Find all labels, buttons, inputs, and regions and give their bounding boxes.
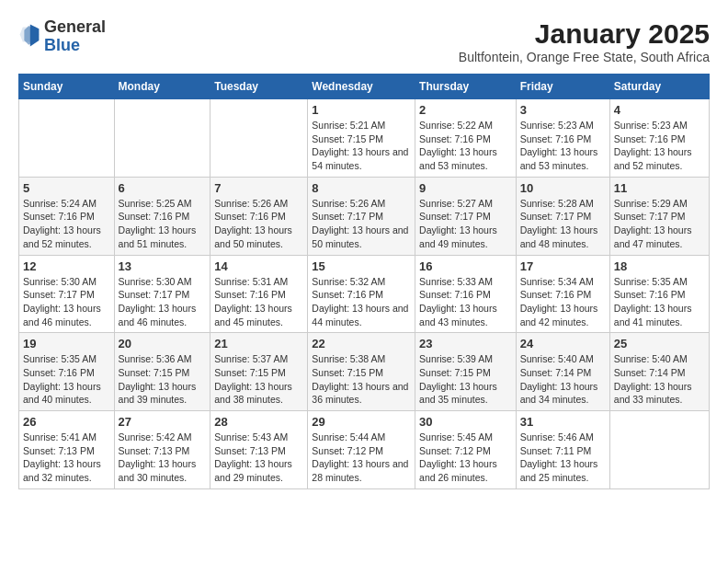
day-info: Sunrise: 5:40 AMSunset: 7:14 PMDaylight:… [520,352,606,407]
calendar-cell: 17Sunrise: 5:34 AMSunset: 7:16 PMDayligh… [516,255,609,333]
day-number: 31 [520,415,606,429]
calendar-cell: 10Sunrise: 5:28 AMSunset: 7:17 PMDayligh… [516,177,609,255]
day-info: Sunrise: 5:30 AMSunset: 7:17 PMDaylight:… [119,275,207,329]
day-number: 29 [312,415,411,429]
calendar-cell: 20Sunrise: 5:36 AMSunset: 7:15 PMDayligh… [114,333,210,411]
calendar-cell [609,411,709,489]
day-info: Sunrise: 5:29 AMSunset: 7:17 PMDaylight:… [614,197,705,251]
day-number: 10 [520,181,606,195]
calendar-cell: 26Sunrise: 5:41 AMSunset: 7:13 PMDayligh… [19,411,115,489]
day-number: 12 [23,259,110,273]
title-block: January 2025 Bultfontein, Orange Free St… [459,18,710,64]
calendar-cell [210,99,308,178]
calendar-cell: 9Sunrise: 5:27 AMSunset: 7:17 PMDaylight… [415,177,517,255]
calendar-cell: 15Sunrise: 5:32 AMSunset: 7:16 PMDayligh… [308,255,415,333]
day-number: 28 [214,415,303,429]
day-number: 15 [312,259,411,273]
logo-text: General Blue [44,18,106,55]
day-info: Sunrise: 5:32 AMSunset: 7:16 PMDaylight:… [312,275,411,329]
calendar-cell [19,99,115,178]
calendar-title: January 2025 [459,18,710,50]
calendar-page: General Blue January 2025 Bultfontein, O… [0,0,728,499]
calendar-cell: 11Sunrise: 5:29 AMSunset: 7:17 PMDayligh… [609,177,709,255]
calendar-cell: 16Sunrise: 5:33 AMSunset: 7:16 PMDayligh… [415,255,517,333]
day-info: Sunrise: 5:46 AMSunset: 7:11 PMDaylight:… [520,431,606,485]
day-number: 7 [214,181,303,195]
calendar-cell: 4Sunrise: 5:23 AMSunset: 7:16 PMDaylight… [609,99,709,178]
day-info: Sunrise: 5:33 AMSunset: 7:16 PMDaylight:… [419,275,512,329]
day-number: 19 [23,337,110,350]
day-number: 22 [312,337,411,350]
day-number: 20 [119,337,207,350]
calendar-cell: 31Sunrise: 5:46 AMSunset: 7:11 PMDayligh… [516,411,609,489]
calendar-cell: 6Sunrise: 5:25 AMSunset: 7:16 PMDaylight… [114,177,210,255]
calendar-subtitle: Bultfontein, Orange Free State, South Af… [459,50,710,64]
day-info: Sunrise: 5:25 AMSunset: 7:16 PMDaylight:… [119,197,207,251]
calendar-cell: 22Sunrise: 5:38 AMSunset: 7:15 PMDayligh… [308,333,415,411]
calendar-cell: 3Sunrise: 5:23 AMSunset: 7:16 PMDaylight… [516,99,609,178]
calendar-cell: 30Sunrise: 5:45 AMSunset: 7:12 PMDayligh… [415,411,517,489]
logo-general-text: General [44,17,106,36]
logo: General Blue [18,18,106,55]
day-info: Sunrise: 5:26 AMSunset: 7:17 PMDaylight:… [312,197,411,251]
calendar-cell: 25Sunrise: 5:40 AMSunset: 7:14 PMDayligh… [609,333,709,411]
weekday-header: Thursday [415,75,517,99]
day-info: Sunrise: 5:23 AMSunset: 7:16 PMDaylight:… [614,119,705,173]
day-number: 25 [614,337,705,350]
weekday-header: Saturday [609,75,709,99]
weekday-header-row: SundayMondayTuesdayWednesdayThursdayFrid… [19,75,710,99]
calendar-cell [114,99,210,178]
day-info: Sunrise: 5:38 AMSunset: 7:15 PMDaylight:… [312,352,411,407]
day-number: 27 [119,415,207,429]
day-info: Sunrise: 5:41 AMSunset: 7:13 PMDaylight:… [23,431,110,485]
svg-marker-2 [30,24,40,46]
day-info: Sunrise: 5:30 AMSunset: 7:17 PMDaylight:… [23,275,110,329]
day-number: 9 [419,181,512,195]
day-info: Sunrise: 5:34 AMSunset: 7:16 PMDaylight:… [520,275,606,329]
calendar-cell: 21Sunrise: 5:37 AMSunset: 7:15 PMDayligh… [210,333,308,411]
day-info: Sunrise: 5:36 AMSunset: 7:15 PMDaylight:… [119,352,207,407]
calendar-week-row: 26Sunrise: 5:41 AMSunset: 7:13 PMDayligh… [19,411,710,489]
day-info: Sunrise: 5:39 AMSunset: 7:15 PMDaylight:… [419,352,512,407]
day-number: 16 [419,259,512,273]
day-number: 24 [520,337,606,350]
day-number: 30 [419,415,512,429]
day-info: Sunrise: 5:43 AMSunset: 7:13 PMDaylight:… [214,431,303,485]
calendar-cell: 18Sunrise: 5:35 AMSunset: 7:16 PMDayligh… [609,255,709,333]
calendar-cell: 14Sunrise: 5:31 AMSunset: 7:16 PMDayligh… [210,255,308,333]
weekday-header: Sunday [19,75,115,99]
day-info: Sunrise: 5:37 AMSunset: 7:15 PMDaylight:… [214,352,303,407]
day-number: 2 [419,103,512,117]
calendar-cell: 5Sunrise: 5:24 AMSunset: 7:16 PMDaylight… [19,177,115,255]
day-info: Sunrise: 5:27 AMSunset: 7:17 PMDaylight:… [419,197,512,251]
calendar-cell: 1Sunrise: 5:21 AMSunset: 7:15 PMDaylight… [308,99,415,178]
calendar-cell: 8Sunrise: 5:26 AMSunset: 7:17 PMDaylight… [308,177,415,255]
calendar-week-row: 5Sunrise: 5:24 AMSunset: 7:16 PMDaylight… [19,177,710,255]
day-number: 3 [520,103,606,117]
day-number: 18 [614,259,705,273]
calendar-cell: 27Sunrise: 5:42 AMSunset: 7:13 PMDayligh… [114,411,210,489]
day-info: Sunrise: 5:42 AMSunset: 7:13 PMDaylight:… [119,431,207,485]
day-number: 4 [614,103,705,117]
header: General Blue January 2025 Bultfontein, O… [18,18,710,64]
calendar-week-row: 12Sunrise: 5:30 AMSunset: 7:17 PMDayligh… [19,255,710,333]
weekday-header: Monday [114,75,210,99]
day-number: 13 [119,259,207,273]
calendar-cell: 28Sunrise: 5:43 AMSunset: 7:13 PMDayligh… [210,411,308,489]
calendar-cell: 12Sunrise: 5:30 AMSunset: 7:17 PMDayligh… [19,255,115,333]
calendar-cell: 7Sunrise: 5:26 AMSunset: 7:16 PMDaylight… [210,177,308,255]
day-info: Sunrise: 5:26 AMSunset: 7:16 PMDaylight:… [214,197,303,251]
day-number: 21 [214,337,303,350]
day-number: 23 [419,337,512,350]
calendar-table: SundayMondayTuesdayWednesdayThursdayFrid… [18,74,710,489]
calendar-cell: 23Sunrise: 5:39 AMSunset: 7:15 PMDayligh… [415,333,517,411]
day-info: Sunrise: 5:22 AMSunset: 7:16 PMDaylight:… [419,119,512,173]
day-number: 6 [119,181,207,195]
weekday-header: Wednesday [308,75,415,99]
calendar-cell: 2Sunrise: 5:22 AMSunset: 7:16 PMDaylight… [415,99,517,178]
calendar-cell: 24Sunrise: 5:40 AMSunset: 7:14 PMDayligh… [516,333,609,411]
calendar-cell: 29Sunrise: 5:44 AMSunset: 7:12 PMDayligh… [308,411,415,489]
calendar-week-row: 1Sunrise: 5:21 AMSunset: 7:15 PMDaylight… [19,99,710,178]
logo-icon [18,24,40,50]
day-number: 26 [23,415,110,429]
